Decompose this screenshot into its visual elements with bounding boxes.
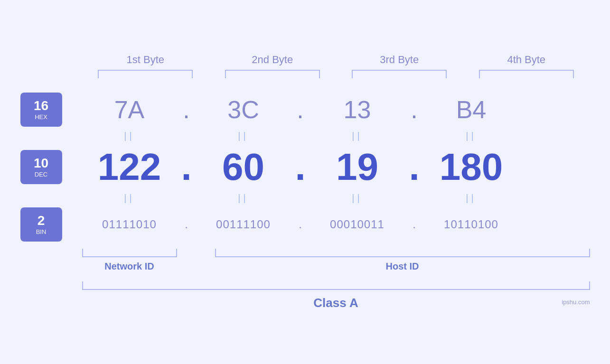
hex-base-number: 16 bbox=[34, 99, 48, 112]
sep-1-2: || bbox=[196, 131, 291, 141]
dec-values-area: 122 . 60 . 19 . 180 bbox=[82, 145, 590, 189]
dec-value-4: 180 bbox=[424, 145, 519, 189]
watermark: ipshu.com bbox=[562, 299, 590, 306]
sep-1-4: || bbox=[424, 131, 519, 141]
bin-dot-3: . bbox=[405, 218, 424, 231]
dec-dot-1: . bbox=[177, 145, 196, 189]
bin-values-area: 01111010 . 00111100 . 00010011 . 1011010… bbox=[82, 218, 590, 231]
host-id-label: Host ID bbox=[215, 261, 590, 272]
sep-2-4: || bbox=[424, 193, 519, 204]
bottom-section: Network ID Host ID bbox=[82, 249, 590, 272]
dec-base-label: DEC bbox=[35, 171, 47, 178]
bin-value-3: 00010011 bbox=[310, 218, 405, 231]
dec-value-2: 60 bbox=[196, 145, 291, 189]
host-bracket bbox=[215, 249, 590, 257]
bin-badge: 2 BIN bbox=[20, 207, 62, 242]
network-bracket bbox=[82, 249, 177, 257]
dec-row: 10 DEC 122 . 60 . 19 . 180 bbox=[20, 145, 590, 189]
bottom-labels: Network ID Host ID bbox=[82, 249, 590, 272]
dec-value-3: 19 bbox=[310, 145, 405, 189]
hex-dot-1: . bbox=[177, 95, 196, 124]
host-id-area: Host ID bbox=[215, 249, 590, 272]
byte-headers-row: 1st Byte 2nd Byte 3rd Byte 4th Byte bbox=[82, 54, 590, 66]
byte-header-4: 4th Byte bbox=[479, 54, 574, 66]
bin-dot-1: . bbox=[177, 218, 196, 231]
byte-header-1: 1st Byte bbox=[98, 54, 193, 66]
hex-base-label: HEX bbox=[35, 113, 47, 121]
bin-row: 2 BIN 01111010 . 00111100 . 00010011 . 1… bbox=[20, 207, 590, 242]
sep-2-2: || bbox=[196, 193, 291, 204]
byte-header-3: 3rd Byte bbox=[352, 54, 447, 66]
bin-dot-2: . bbox=[291, 218, 310, 231]
class-bracket bbox=[82, 281, 590, 290]
sep-2-3: || bbox=[310, 193, 405, 204]
bracket-3 bbox=[352, 70, 447, 78]
dec-badge: 10 DEC bbox=[20, 150, 62, 184]
hex-value-4: B4 bbox=[424, 95, 519, 124]
sep-1-3: || bbox=[310, 131, 405, 141]
dec-value-1: 122 bbox=[82, 145, 177, 189]
bin-base-label: BIN bbox=[36, 228, 47, 235]
dec-base-number: 10 bbox=[34, 157, 48, 170]
hex-value-1: 7A bbox=[82, 95, 177, 124]
top-brackets bbox=[82, 70, 590, 78]
network-id-area: Network ID bbox=[82, 249, 196, 272]
hex-dot-2: . bbox=[291, 95, 310, 124]
bin-base-number: 2 bbox=[38, 214, 45, 227]
main-container: 1st Byte 2nd Byte 3rd Byte 4th Byte 16 H… bbox=[20, 54, 590, 310]
bin-value-1: 01111010 bbox=[82, 218, 177, 231]
class-label: Class A bbox=[82, 296, 590, 310]
sep-1-1: || bbox=[82, 131, 177, 141]
bin-value-4: 10110100 bbox=[424, 218, 519, 231]
byte-header-2: 2nd Byte bbox=[225, 54, 320, 66]
separator-2: || || || || bbox=[82, 193, 590, 204]
hex-value-3: 13 bbox=[310, 95, 405, 124]
dec-dot-2: . bbox=[291, 145, 310, 189]
bracket-1 bbox=[98, 70, 193, 78]
bin-value-2: 00111100 bbox=[196, 218, 291, 231]
class-row: Class A bbox=[82, 281, 590, 310]
hex-row: 16 HEX 7A . 3C . 13 . B4 bbox=[20, 93, 590, 127]
hex-badge: 16 HEX bbox=[20, 93, 62, 127]
network-id-label: Network ID bbox=[82, 261, 177, 272]
bracket-4 bbox=[479, 70, 574, 78]
hex-value-2: 3C bbox=[196, 95, 291, 124]
dec-dot-3: . bbox=[405, 145, 424, 189]
hex-values-area: 7A . 3C . 13 . B4 bbox=[82, 95, 590, 124]
separator-1: || || || || bbox=[82, 131, 590, 141]
hex-dot-3: . bbox=[405, 95, 424, 124]
bracket-2 bbox=[225, 70, 320, 78]
sep-2-1: || bbox=[82, 193, 177, 204]
